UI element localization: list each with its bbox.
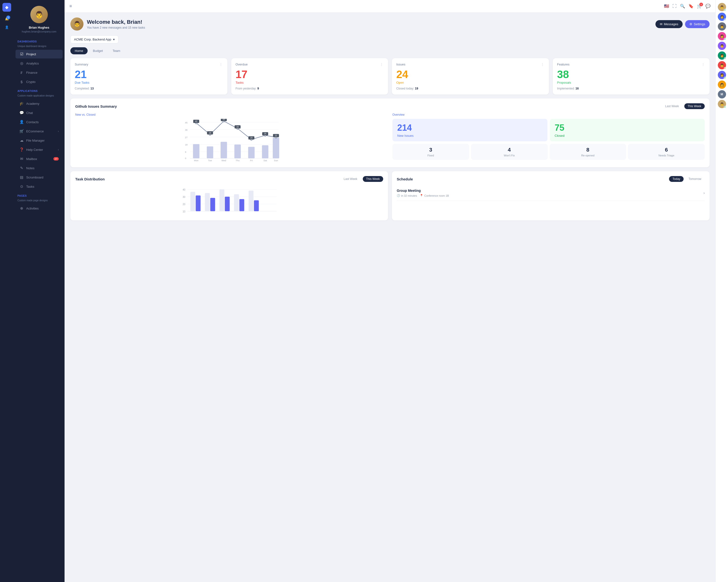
fullscreen-icon[interactable]: ⛶ xyxy=(672,4,677,9)
right-avatar-l[interactable]: 👩 xyxy=(718,71,726,79)
github-last-week-btn[interactable]: Last Week xyxy=(662,103,682,109)
sidebar-item-label: Notes xyxy=(26,166,34,170)
sidebar-item-notes[interactable]: ✎ Notes xyxy=(16,164,62,172)
svg-text:Tue: Tue xyxy=(208,159,212,162)
overview-bottom-cards: 3 Fixed 4 Won't Fix 8 Re-opened 6 xyxy=(392,144,705,160)
messages-button[interactable]: ✉ Messages xyxy=(655,20,683,28)
svg-text:34: 34 xyxy=(236,126,239,128)
stat-label-summary: Due Tasks xyxy=(75,81,223,84)
tab-home[interactable]: Home xyxy=(70,47,87,54)
svg-rect-60 xyxy=(225,197,230,211)
chat-topnav-icon[interactable]: 💬 xyxy=(705,4,710,9)
settings-gear-icon: ⚙ xyxy=(690,22,692,26)
sidebar-item-project[interactable]: ☑ Project xyxy=(16,50,62,58)
sidebar: 👨 Brian Hughes hughes.brian@company.com … xyxy=(14,0,64,582)
sidebar-item-activities[interactable]: ⊕ Activities xyxy=(16,204,62,213)
mini-card-needs-triage: 6 Needs Triage xyxy=(628,144,705,160)
sidebar-item-scrumboard[interactable]: ▤ Scrumboard xyxy=(16,173,62,182)
project-selector[interactable]: ACME Corp. Backend App ▾ xyxy=(70,35,119,44)
right-avatar-r[interactable]: 👨 xyxy=(718,61,726,70)
mini-card-reopened: 8 Re-opened xyxy=(550,144,626,160)
svg-rect-61 xyxy=(234,194,239,211)
notification-icon[interactable]: 🔔 3 xyxy=(3,16,10,22)
github-this-week-btn[interactable]: This Week xyxy=(684,103,705,109)
mini-label-fixed: Fixed xyxy=(395,154,466,157)
tab-budget[interactable]: Budget xyxy=(88,47,107,54)
right-avatar-j[interactable]: 👩 xyxy=(718,12,726,21)
overview-label: Overview xyxy=(392,113,705,116)
github-section: Github Issues Summary Last Week This Wee… xyxy=(70,99,709,167)
svg-text:22: 22 xyxy=(275,134,277,137)
svg-text:40: 40 xyxy=(183,188,186,191)
user-icon[interactable]: 👤 xyxy=(3,24,10,31)
online-indicator xyxy=(724,9,726,11)
sidebar-user-name: Brian Hughes xyxy=(29,26,50,29)
online-indicator xyxy=(724,57,726,59)
task-dist-week-toggle: Last Week This Week xyxy=(340,176,383,182)
tab-team[interactable]: Team xyxy=(108,47,125,54)
sidebar-item-chat[interactable]: 💬 Chat xyxy=(16,108,62,117)
right-avatar-s[interactable]: 👩 xyxy=(718,32,726,40)
right-avatar-k[interactable]: 👩 xyxy=(718,81,726,89)
stat-menu-dots[interactable]: ⋮ xyxy=(541,62,545,66)
tomorrow-button[interactable]: Tomorrow xyxy=(685,176,705,182)
sidebar-item-academy[interactable]: 🎓 Academy xyxy=(16,99,62,108)
right-avatar-b[interactable]: 👨 xyxy=(718,3,726,11)
flag-icon[interactable]: 🇺🇸 xyxy=(664,4,669,9)
sidebar-item-label: Scrumboard xyxy=(26,175,44,179)
right-avatar-m1[interactable]: 👨 xyxy=(718,22,726,31)
bookmark-icon[interactable]: 🔖 xyxy=(688,4,694,9)
stat-card-overdue: Overdue ⋮ 17 Tasks From yesterday: 9 xyxy=(231,58,388,94)
sidebar-item-label: Help Center xyxy=(26,148,43,151)
mini-label-needs-triage: Needs Triage xyxy=(631,154,702,157)
sidebar-user-profile: 👨 Brian Hughes hughes.brian@company.com xyxy=(14,0,64,37)
hamburger-menu-icon[interactable]: ≡ xyxy=(70,4,72,9)
welcome-actions: ✉ Messages ⚙ Settings xyxy=(655,20,709,28)
svg-text:Wed: Wed xyxy=(222,159,226,162)
stat-menu-dots[interactable]: ⋮ xyxy=(702,62,705,66)
svg-text:28: 28 xyxy=(209,132,211,134)
cart-icon[interactable]: 🛒 5 xyxy=(697,4,702,9)
right-avatar-a[interactable]: 👩 xyxy=(718,51,726,60)
online-indicator xyxy=(724,38,726,40)
closed-label: Closed xyxy=(555,134,700,138)
sidebar-item-crypto[interactable]: $ Crypto xyxy=(16,77,62,86)
stat-menu-dots[interactable]: ⋮ xyxy=(219,62,223,66)
task-dist-last-week-btn[interactable]: Last Week xyxy=(340,176,361,182)
sidebar-item-label: Mailbox xyxy=(26,157,37,161)
svg-rect-15 xyxy=(234,144,241,158)
stat-secondary-issues: Closed today: 19 xyxy=(396,87,545,90)
right-avatar-t[interactable]: 👨 xyxy=(718,42,726,50)
today-button[interactable]: Today xyxy=(669,176,683,182)
sidebar-item-finance[interactable]: ₣ Finance xyxy=(16,68,62,77)
avatar-image: 👨 xyxy=(718,22,726,31)
app-logo[interactable]: ◆ xyxy=(2,3,11,11)
sidebar-item-analytics[interactable]: ◎ Analytics xyxy=(16,59,62,68)
stat-card-features: Features ⋮ 38 Proposals Implemented: 16 xyxy=(553,58,710,94)
svg-rect-18 xyxy=(273,138,279,158)
search-icon[interactable]: 🔍 xyxy=(680,4,685,9)
mini-num-needs-triage: 6 xyxy=(631,147,702,153)
right-avatar-m2[interactable]: M xyxy=(718,90,726,99)
mailbox-badge: 27 xyxy=(53,157,59,161)
sidebar-item-help-center[interactable]: ❓ Help Center › xyxy=(16,145,62,154)
settings-button[interactable]: ⚙ Settings xyxy=(685,20,709,28)
sidebar-item-file-manager[interactable]: ☁ File Manager xyxy=(16,136,62,145)
task-dist-this-week-btn[interactable]: This Week xyxy=(363,176,383,182)
dashboards-section-sub: Unique dashboard designs xyxy=(14,45,64,50)
github-header: Github Issues Summary Last Week This Wee… xyxy=(75,103,705,109)
task-distribution-section: Task Distribution Last Week This Week 40… xyxy=(70,171,388,220)
svg-rect-58 xyxy=(210,198,215,211)
task-dist-svg: 40 30 20 10 xyxy=(75,186,383,215)
stat-menu-dots[interactable]: ⋮ xyxy=(380,62,384,66)
crypto-icon: $ xyxy=(19,80,24,84)
svg-rect-64 xyxy=(254,200,259,211)
sidebar-item-tasks[interactable]: ⊙ Tasks xyxy=(16,182,62,191)
schedule-item-chevron-icon[interactable]: › xyxy=(703,191,705,195)
sidebar-item-label: Project xyxy=(26,52,36,56)
sidebar-item-mailbox[interactable]: ✉ Mailbox 27 xyxy=(16,155,62,163)
chart-container: 45 36 27 18 9 0 xyxy=(75,119,388,163)
right-avatar-d[interactable]: 👨 xyxy=(718,100,726,108)
sidebar-item-ecommerce[interactable]: 🛒 ECommerce › xyxy=(16,127,62,136)
sidebar-item-contacts[interactable]: 👤 Contacts xyxy=(16,118,62,126)
